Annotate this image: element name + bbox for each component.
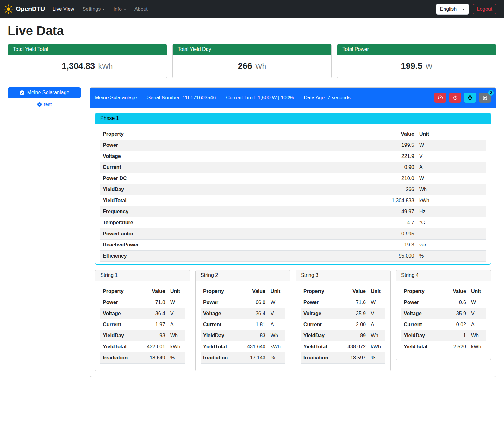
nav-info[interactable]: Info [111, 4, 129, 15]
property-value: 4.7 [289, 217, 417, 228]
summary-card-title: Total Yield Total [8, 44, 167, 55]
table-row: ReactivePower 19.3 var [100, 240, 486, 251]
nav-info-label: Info [113, 6, 122, 12]
power-toggle-button[interactable] [449, 93, 461, 103]
property-name: YieldTotal [201, 341, 238, 352]
property-unit [417, 228, 486, 240]
table-row: Power 66.0 W [201, 297, 285, 308]
property-name: Voltage [100, 151, 289, 162]
language-select[interactable]: English [436, 4, 469, 15]
inverter-select-test[interactable]: test [8, 101, 81, 107]
property-name: YieldTotal [100, 195, 289, 206]
summary-value: 266 [238, 61, 252, 71]
property-name: Power [100, 140, 289, 151]
property-name: YieldTotal [301, 341, 339, 352]
property-unit: Wh [469, 330, 486, 341]
property-value: 221.9 [289, 151, 417, 162]
column-value: Value [442, 286, 469, 297]
event-count-badge: 2 [488, 90, 494, 96]
property-value: 432.601 [138, 341, 168, 352]
property-name: Voltage [100, 308, 138, 319]
property-value: 431.640 [238, 341, 268, 352]
table-row: YieldTotal 438.072 kWh [301, 341, 385, 352]
cpu-chip-icon [467, 95, 473, 100]
property-name: Irradiation [201, 352, 238, 364]
property-value: 266 [289, 184, 417, 195]
property-unit: W [469, 297, 486, 308]
table-row: Irradiation 18.649 % [100, 352, 185, 364]
property-unit: kWh [268, 341, 285, 352]
table-row: Voltage 36.4 V [100, 308, 185, 319]
property-value: 199.5 [289, 140, 417, 151]
inverter-select-label: Meine Solaranlage [27, 90, 69, 96]
column-unit: Unit [469, 286, 486, 297]
summary-card-total-yield-total: Total Yield Total 1,304.83 kWh [8, 44, 167, 78]
property-name: Power [401, 297, 442, 308]
property-unit: W [168, 297, 185, 308]
property-value: 35.9 [442, 308, 469, 319]
inverter-action-buttons: 2 [434, 93, 491, 103]
property-name: Efficiency [100, 251, 289, 262]
table-row: Voltage 35.9 V [401, 308, 486, 319]
property-value: 89 [339, 330, 368, 341]
property-unit: Wh [168, 330, 185, 341]
property-value: 36.4 [138, 308, 168, 319]
table-row: Current 0.90 A [100, 162, 486, 173]
table-row: Power 199.5 W [100, 140, 486, 151]
logout-button[interactable]: Logout [473, 4, 496, 14]
property-name: Current [100, 319, 138, 330]
property-name: Current [401, 319, 442, 330]
device-info-button[interactable] [464, 93, 476, 103]
property-unit: W [417, 173, 486, 184]
column-property: Property [401, 286, 442, 297]
speedometer-icon [438, 95, 443, 100]
nav-live-view[interactable]: Live View [50, 4, 77, 15]
page-title: Live Data [8, 24, 496, 38]
property-unit: % [268, 352, 285, 364]
string-title: String 1 [95, 270, 190, 281]
nav-settings[interactable]: Settings [80, 4, 108, 15]
property-name: Power [100, 297, 138, 308]
inverter-select-meine-solaranlage[interactable]: Meine Solaranlage [8, 87, 81, 98]
column-property: Property [301, 286, 339, 297]
property-value: 0.6 [442, 297, 469, 308]
property-value: 1.97 [138, 319, 168, 330]
property-unit: °C [417, 217, 486, 228]
inverter-data-age: Data Age: 7 seconds [304, 95, 351, 101]
brand-link[interactable]: OpenDTU [4, 4, 45, 14]
property-value: 71.6 [339, 297, 368, 308]
property-unit: A [368, 319, 385, 330]
nav-right: English Logout [436, 4, 496, 15]
property-value: 2.00 [339, 319, 368, 330]
nav-about[interactable]: About [132, 4, 150, 15]
language-value: English [440, 6, 457, 12]
strings-row: String 1 Property Value Unit [95, 270, 491, 371]
property-value: 83 [238, 330, 268, 341]
inverter-name: Meine Solaranlage [95, 95, 137, 101]
table-row: YieldTotal 1,304.833 kWh [100, 195, 486, 206]
property-name: Power [201, 297, 238, 308]
property-value: 95.000 [289, 251, 417, 262]
string-card-2: String 2 Property Value Unit [195, 270, 290, 371]
limit-settings-button[interactable] [434, 93, 446, 103]
event-log-button[interactable]: 2 [479, 93, 491, 103]
table-row: PowerFactor 0.995 [100, 228, 486, 240]
property-name: PowerFactor [100, 228, 289, 240]
table-header-row: Property Value Unit [100, 286, 185, 297]
string-card-1: String 1 Property Value Unit [95, 270, 190, 371]
summary-unit: kWh [98, 62, 113, 71]
property-value: 1,304.833 [289, 195, 417, 206]
property-value: 2.520 [442, 341, 469, 352]
property-name: YieldTotal [401, 341, 442, 352]
property-unit: A [469, 319, 486, 330]
sun-logo-icon [4, 4, 13, 14]
property-unit: A [168, 319, 185, 330]
property-unit: Hz [417, 206, 486, 217]
string-card-3: String 3 Property Value Unit [296, 270, 391, 371]
chevron-down-icon [462, 9, 465, 10]
string-title: String 3 [296, 270, 390, 281]
summary-unit: Wh [255, 62, 266, 71]
column-property: Property [100, 286, 138, 297]
property-unit: % [417, 251, 486, 262]
table-row: Current 1.97 A [100, 319, 185, 330]
